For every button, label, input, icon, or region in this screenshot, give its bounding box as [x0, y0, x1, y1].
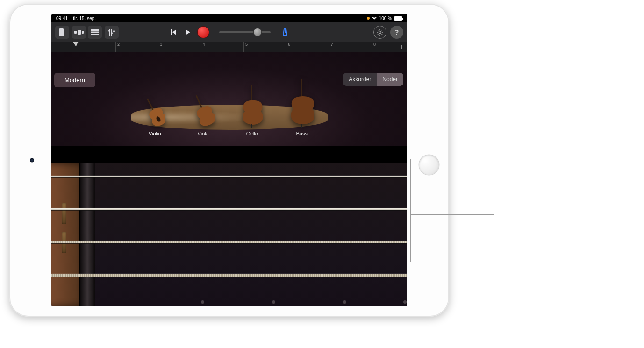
style-button[interactable]: Modern	[54, 73, 95, 87]
svg-point-6	[108, 30, 110, 32]
metronome-button[interactable]	[281, 28, 289, 36]
svg-rect-16	[301, 124, 302, 128]
string-1[interactable]	[51, 176, 407, 177]
instrument-cello[interactable]: Cello	[241, 85, 263, 136]
play-button[interactable]	[184, 28, 191, 36]
svg-rect-2	[82, 31, 84, 34]
track-controls-button[interactable]	[105, 26, 119, 39]
mode-noder[interactable]: Noder	[377, 73, 403, 86]
bar-marker: 2	[115, 42, 120, 52]
wifi-icon	[372, 16, 377, 21]
status-bar: 09.41 tir. 15. sep. 100 %	[51, 14, 407, 22]
svg-rect-0	[74, 31, 77, 34]
toolbar: ?	[51, 22, 407, 42]
go-to-start-button[interactable]	[170, 28, 177, 36]
svg-point-9	[379, 31, 381, 34]
nut	[79, 163, 95, 306]
callout-line	[308, 90, 495, 90]
mysongs-button[interactable]	[55, 26, 69, 39]
bar-marker: 7	[329, 42, 333, 52]
bar-marker: 8	[372, 42, 376, 52]
string-2[interactable]	[51, 208, 407, 210]
svg-rect-13	[251, 85, 252, 102]
fret-marker	[201, 300, 204, 304]
record-button[interactable]	[198, 27, 209, 38]
svg-rect-4	[91, 32, 99, 33]
mode-segment[interactable]: Akkorder Noder	[343, 73, 403, 86]
instrument-label: Viola	[198, 131, 209, 136]
timeline-ruler[interactable]: 1 2 3 4 5 6 7 8 +	[51, 42, 407, 52]
instrument-stage: Modern Akkorder Noder	[51, 52, 407, 146]
tracks-view-button[interactable]	[88, 26, 102, 39]
bar-marker: 6	[286, 42, 290, 52]
status-date: tir. 15. sep.	[73, 16, 96, 21]
style-label: Modern	[64, 77, 85, 84]
home-button[interactable]	[419, 155, 439, 175]
instrument-bass[interactable]: Bass	[290, 79, 314, 136]
touch-instrument-strings[interactable]	[51, 163, 407, 306]
svg-point-7	[111, 32, 113, 34]
svg-point-8	[113, 30, 115, 32]
volume-knob[interactable]	[254, 28, 261, 36]
help-button[interactable]: ?	[390, 26, 403, 39]
svg-rect-1	[78, 30, 81, 35]
instrument-viola[interactable]: Viola	[192, 93, 215, 136]
front-camera	[30, 158, 34, 163]
battery-pct: 100 %	[379, 16, 392, 21]
svg-rect-14	[251, 124, 252, 128]
callout-line	[410, 214, 494, 215]
instrument-label: Violin	[149, 131, 161, 136]
string-4[interactable]	[51, 274, 407, 277]
instrument-label: Bass	[296, 131, 308, 136]
bar-marker: 4	[201, 42, 205, 52]
fret-marker	[272, 300, 275, 304]
svg-rect-5	[91, 34, 99, 35]
status-time: 09.41	[56, 16, 68, 21]
recording-indicator-dot-icon	[367, 17, 370, 20]
svg-rect-3	[91, 29, 99, 31]
ipad-frame: 09.41 tir. 15. sep. 100 %	[9, 4, 449, 317]
fret-marker	[343, 300, 346, 304]
master-volume-slider[interactable]	[219, 31, 271, 33]
svg-rect-10	[147, 98, 155, 111]
settings-button[interactable]	[373, 26, 386, 39]
instrument-violin[interactable]: Violin	[144, 96, 165, 136]
callout-line	[410, 159, 411, 262]
status-right: 100 %	[367, 16, 402, 21]
instrument-label: Cello	[246, 131, 258, 136]
instrument-browser-button[interactable]	[72, 26, 86, 39]
string-3[interactable]	[51, 241, 407, 243]
callout-line	[60, 216, 60, 334]
bar-marker: 3	[158, 42, 162, 52]
svg-rect-15	[301, 79, 302, 99]
add-section-button[interactable]: +	[398, 43, 405, 50]
instrument-row: Violin Viola	[131, 79, 328, 136]
status-left: 09.41 tir. 15. sep.	[56, 16, 96, 21]
fret-marker	[403, 300, 407, 304]
tuning-peg	[62, 203, 66, 224]
svg-rect-12	[195, 95, 203, 109]
battery-icon	[394, 16, 402, 21]
stage: Violin Viola	[131, 78, 328, 139]
mode-akkorder[interactable]: Akkorder	[343, 73, 377, 86]
bar-marker: 5	[243, 42, 248, 52]
screen: 09.41 tir. 15. sep. 100 %	[51, 14, 407, 306]
bar-marker: 1	[73, 42, 77, 52]
